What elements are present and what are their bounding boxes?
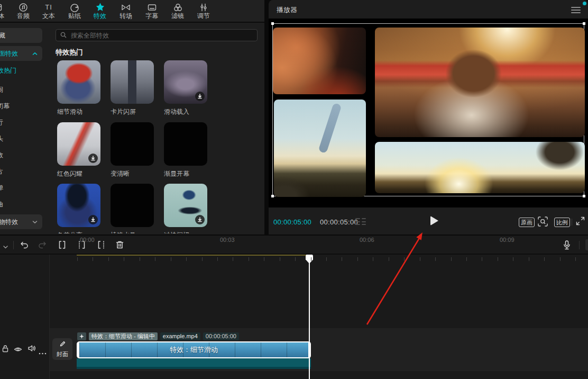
download-icon — [195, 92, 205, 101]
ruler-tick — [575, 257, 576, 261]
effect-thumbnail[interactable] — [164, 122, 207, 166]
timeline-clip[interactable]: 特效：细节滑动 — [77, 341, 311, 358]
pencil-icon — [59, 340, 66, 349]
toolbar-tab-media[interactable]: 媒体 — [0, 2, 11, 21]
ruler-tick — [373, 257, 373, 261]
toolbar-tab-text[interactable]: TI 文本 — [35, 2, 62, 21]
eye-icon[interactable] — [14, 345, 22, 355]
ruler-tick — [155, 257, 155, 261]
sidebar-favorites-label: 藏 — [0, 31, 5, 40]
effect-card-kapianshanping: 卡片闪屏 — [111, 60, 154, 116]
collapse-chevron-icon[interactable] — [3, 242, 8, 251]
effect-thumbnail[interactable] — [57, 122, 100, 166]
sidebar-item-8[interactable]: 曲 — [0, 200, 3, 209]
sidebar-item-3[interactable]: 行 — [0, 118, 3, 127]
toolbar-tab-filter[interactable]: 滤镜 — [164, 2, 191, 21]
collage-panel-bottom-right — [375, 142, 585, 193]
effect-thumbnail[interactable] — [111, 122, 154, 166]
toolbar-tab-sticker[interactable]: 贴纸 — [61, 2, 88, 21]
quality-button[interactable]: 原画 — [519, 218, 535, 227]
effect-card-row3-2: 棱镜水晶 — [111, 184, 154, 233]
sidebar-item-hot[interactable]: 效热门 — [0, 66, 16, 75]
effects-library-panel: 特效热门 细节滑动 卡片闪屏 滑动载入 红色闪耀 — [47, 23, 264, 233]
text-icon: TI — [45, 2, 52, 12]
ruler-tick — [249, 257, 249, 261]
delete-icon[interactable] — [115, 240, 125, 252]
ruler-label: 00:00 — [80, 237, 95, 243]
split-delete-right-icon[interactable] — [96, 240, 106, 252]
cover-button-label: 封面 — [57, 350, 68, 358]
ruler-tick — [389, 257, 389, 261]
ruler-tick — [93, 257, 93, 261]
timeline-ruler[interactable] — [50, 255, 588, 265]
toolbar-tab-transition[interactable]: 转场 — [113, 2, 139, 21]
divider — [572, 219, 572, 225]
media-icon — [0, 2, 3, 12]
captions-icon — [147, 2, 157, 12]
redo-icon[interactable] — [38, 240, 48, 252]
filter-icon — [173, 2, 183, 12]
player-title: 播放器 — [277, 5, 297, 15]
ruler-tick — [560, 257, 561, 261]
ruler-tick — [498, 257, 498, 261]
frame-preview-icon[interactable] — [355, 218, 366, 225]
fullscreen-icon[interactable] — [575, 216, 585, 228]
toolbar-tab-adjust[interactable]: 调节 — [190, 2, 217, 21]
selection-handle[interactable] — [271, 195, 274, 197]
effect-thumbnail[interactable] — [111, 184, 154, 227]
speaker-icon[interactable] — [27, 345, 36, 354]
sidebar-item-2[interactable]: 闭幕 — [0, 102, 10, 111]
divider — [13, 241, 14, 249]
transition-icon — [121, 2, 131, 12]
effect-thumbnail[interactable] — [164, 184, 207, 227]
toolbar-tab-captions[interactable]: 字幕 — [139, 2, 165, 21]
clip-status-badge: 特效：细节滑动 - 编辑中 — [89, 332, 158, 340]
clip-badges: 特效：细节滑动 - 编辑中 example.mp4 00:00:05:00 — [77, 332, 239, 340]
sidebar-group-character-effects[interactable]: 物特效 — [0, 214, 42, 229]
sidebar-item-6[interactable]: 古 — [0, 167, 3, 176]
search-box[interactable] — [56, 29, 258, 41]
ruler-tick — [124, 257, 124, 261]
toolbar-tab-effects[interactable]: 特效 — [87, 2, 113, 21]
sidebar-favorites[interactable]: 藏 — [0, 28, 42, 43]
sidebar-item-7[interactable]: 弹 — [0, 184, 3, 193]
search-input[interactable] — [70, 31, 253, 40]
effect-card-jianxiankaimu: 渐显开幕 — [164, 122, 207, 178]
video-preview-collage[interactable] — [272, 23, 584, 196]
selection-handle[interactable] — [271, 22, 274, 25]
ruler-tick — [342, 257, 342, 261]
download-icon — [195, 215, 205, 224]
ruler-tick — [233, 257, 233, 261]
selection-handle[interactable] — [583, 22, 585, 25]
effect-card-row3-1: 色差分离 — [57, 184, 100, 233]
fit-zoom-icon[interactable] — [537, 216, 548, 229]
collage-panel-top-left — [273, 28, 366, 94]
cover-button[interactable]: 封面 — [52, 338, 72, 360]
effect-thumbnail[interactable] — [111, 60, 154, 104]
effect-bar[interactable] — [77, 358, 311, 367]
sidebar-item-4[interactable]: 头 — [0, 134, 3, 143]
split-icon[interactable] — [57, 240, 67, 252]
microphone-icon[interactable] — [562, 240, 572, 252]
effect-thumbnail[interactable] — [57, 184, 100, 227]
more-icon[interactable] — [39, 347, 47, 357]
lock-icon[interactable] — [2, 345, 9, 355]
toolbar-tab-audio[interactable]: 音频 — [10, 2, 36, 21]
effect-thumbnail[interactable] — [57, 60, 100, 104]
ruler-tick — [202, 257, 203, 261]
effect-card-bianqingxi: 变清晰 — [111, 122, 154, 178]
sidebar-group-screen-effects[interactable]: 面特效 — [0, 46, 42, 61]
selection-handle[interactable] — [583, 195, 585, 197]
ratio-button[interactable]: 比例 — [554, 218, 570, 227]
current-time: 00:00:05:00 — [273, 218, 311, 226]
play-button[interactable] — [427, 214, 441, 228]
toolbar-edge-button[interactable] — [585, 239, 588, 250]
undo-icon[interactable] — [19, 240, 29, 252]
effect-thumbnail[interactable] — [164, 60, 207, 104]
sidebar-item-5[interactable]: 效 — [0, 151, 3, 160]
hamburger-icon[interactable] — [571, 7, 581, 13]
player-controls: 00:00:05:00 00:00:05:00 原画 比例 — [269, 207, 588, 234]
download-icon — [88, 215, 98, 224]
ruler-tick — [140, 257, 140, 261]
sidebar-item-1[interactable]: 闹 — [0, 85, 3, 94]
